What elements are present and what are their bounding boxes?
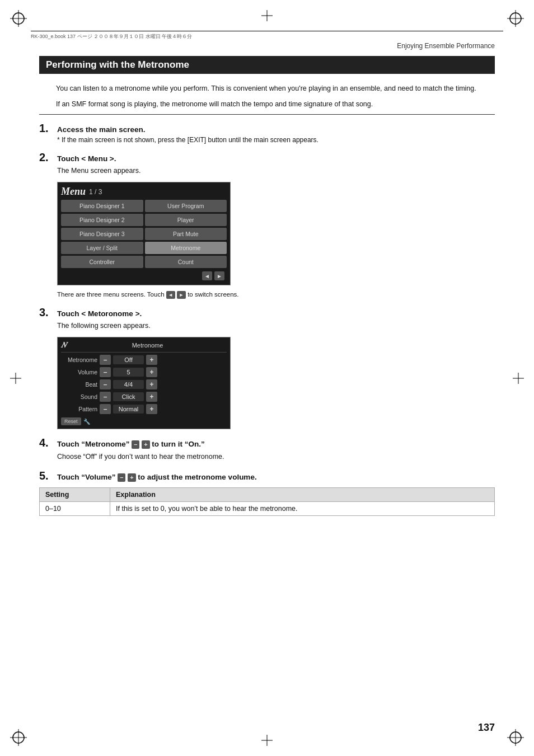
menu-item-count: Count xyxy=(145,256,227,268)
table-cell-explanation: If this is set to 0, you won’t be able t… xyxy=(110,502,494,516)
menu-title-bar: Menu 1 / 3 xyxy=(61,186,227,198)
corner-mark-tr xyxy=(507,10,524,27)
nav-prev-btn[interactable]: ◄ xyxy=(202,271,212,280)
menu-subtitle: 1 / 3 xyxy=(89,188,102,196)
menu-item-piano3: Piano Designer 3 xyxy=(61,228,143,240)
metro-plus-beat[interactable]: + xyxy=(146,379,157,389)
menu-nav: ◄ ► xyxy=(61,270,227,281)
section-header-text: Enjoying Ensemble Performance xyxy=(397,42,495,50)
step-4-body: Choose “Off” if you don’t want to hear t… xyxy=(57,451,495,462)
step-5-title: Touch “Volume” – + to adjust the metrono… xyxy=(57,473,257,482)
setting-table: Setting Explanation 0–10 If this is set … xyxy=(39,487,495,516)
table-header-setting: Setting xyxy=(40,488,110,502)
menu-item-userprog: User Program xyxy=(145,200,227,212)
step-2-body: The Menu screen appears. xyxy=(57,165,495,176)
step-3: 3. Touch < Metoronome >. The following s… xyxy=(39,307,495,429)
step-2: 2. Touch < Menu >. The Menu screen appea… xyxy=(39,152,495,299)
metro-label-beat: Beat xyxy=(61,381,97,388)
metro-title-label: Metronome xyxy=(68,342,227,349)
metro-icon: 𝑁 xyxy=(61,341,66,350)
menu-item-metronome: Metronome xyxy=(145,242,227,254)
metronome-screenshot: 𝑁 Metronome Metronome – Off + Volume – 5… xyxy=(57,337,231,429)
step-3-title: Touch < Metoronome >. xyxy=(57,309,142,318)
metro-row-pattern: Pattern – Normal + xyxy=(61,404,227,414)
table-header-explanation: Explanation xyxy=(110,488,494,502)
menu-item-piano1: Piano Designer 1 xyxy=(61,200,143,212)
metro-minus-metronome[interactable]: – xyxy=(100,355,111,365)
reset-button[interactable]: Reset xyxy=(61,417,81,425)
metro-label-volume: Volume xyxy=(61,369,97,375)
metro-value-volume: 5 xyxy=(113,368,144,377)
step-3-number: 3. xyxy=(39,307,53,318)
intro-paragraph-2: If an SMF format song is playing, the me… xyxy=(56,98,495,110)
metro-value-sound: Click xyxy=(113,392,144,401)
menu-item-piano2: Piano Designer 2 xyxy=(61,214,143,226)
corner-mark-bl xyxy=(10,729,27,746)
center-mark-bottom xyxy=(261,735,273,746)
step-1-header: 1. Access the main screen. xyxy=(39,123,495,134)
reset-icon: 🔧 xyxy=(83,419,90,425)
step-4-number: 4. xyxy=(39,437,53,448)
step-2-title: Touch < Menu >. xyxy=(57,154,116,163)
metro-label-metronome: Metronome xyxy=(61,356,97,363)
metro-value-metronome: Off xyxy=(113,355,144,364)
nav-left-icon: ◄ xyxy=(166,291,175,299)
menu-item-layersplit: Layer / Split xyxy=(61,242,143,254)
divider xyxy=(39,114,495,115)
step-4: 4. Touch “Metronome” – + to turn it “On.… xyxy=(39,437,495,462)
metro-value-pattern: Normal xyxy=(113,405,144,414)
metro-plus-metronome[interactable]: + xyxy=(146,355,157,365)
step-4-title: Touch “Metronome” – + to turn it “On.” xyxy=(57,440,205,449)
metro-minus-sound[interactable]: – xyxy=(100,392,111,402)
step-1-title: Access the main screen. xyxy=(57,125,146,134)
metro-title-bar: 𝑁 Metronome xyxy=(61,341,227,353)
metro-row-beat: Beat – 4/4 + xyxy=(61,379,227,389)
table-cell-setting: 0–10 xyxy=(40,502,110,516)
page-number: 137 xyxy=(478,722,495,734)
step-3-header: 3. Touch < Metoronome >. xyxy=(39,307,495,318)
step-4-plus-icon: + xyxy=(142,440,149,449)
step-2-number: 2. xyxy=(39,152,53,163)
metro-label-sound: Sound xyxy=(61,393,97,400)
step-1-note: If the main screen is not shown, press t… xyxy=(57,136,495,144)
step-3-body: The following screen appears. xyxy=(57,320,495,331)
metro-plus-pattern[interactable]: + xyxy=(146,404,157,414)
center-mark-top xyxy=(261,10,273,21)
intro-paragraph-1: You can listen to a metronome while you … xyxy=(56,83,495,94)
step-5-plus-icon: + xyxy=(128,473,135,482)
step-5-header: 5. Touch “Volume” – + to adjust the metr… xyxy=(39,470,495,482)
center-mark-left xyxy=(10,373,21,384)
corner-mark-br xyxy=(507,729,524,746)
page-section-header: Enjoying Ensemble Performance xyxy=(397,42,495,50)
metro-minus-beat[interactable]: – xyxy=(100,379,111,389)
metro-row-metronome: Metronome – Off + xyxy=(61,355,227,365)
metro-minus-volume[interactable]: – xyxy=(100,367,111,377)
metro-row-sound: Sound – Click + xyxy=(61,392,227,402)
metro-row-volume: Volume – 5 + xyxy=(61,367,227,377)
section-title: Performing with the Metronome xyxy=(39,56,495,74)
metro-minus-pattern[interactable]: – xyxy=(100,404,111,414)
menu-item-player: Player xyxy=(145,214,227,226)
step-5-number: 5. xyxy=(39,470,53,481)
metro-plus-volume[interactable]: + xyxy=(146,367,157,377)
nav-next-btn[interactable]: ► xyxy=(214,271,224,280)
menu-title-italic: Menu xyxy=(61,186,86,198)
step-4-minus-icon: – xyxy=(132,440,139,449)
metro-reset-area: Reset 🔧 xyxy=(61,417,227,425)
header-bar: RK-300_e.book 137 ページ ２００８年９月１０日 水曜日 午後４… xyxy=(31,31,503,40)
step-1: 1. Access the main screen. If the main s… xyxy=(39,123,495,144)
book-info: RK-300_e.book 137 ページ ２００８年９月１０日 水曜日 午後４… xyxy=(31,33,192,40)
main-content: Performing with the Metronome You can li… xyxy=(39,56,495,722)
metro-label-pattern: Pattern xyxy=(61,406,97,412)
menu-screenshot: Menu 1 / 3 Piano Designer 1 User Program… xyxy=(57,182,231,285)
menu-item-partmute: Part Mute xyxy=(145,228,227,240)
step-5-minus-icon: – xyxy=(118,473,125,482)
center-mark-right xyxy=(513,373,524,384)
step-1-number: 1. xyxy=(39,123,53,134)
step-2-header: 2. Touch < Menu >. xyxy=(39,152,495,163)
step-4-header: 4. Touch “Metronome” – + to turn it “On.… xyxy=(39,437,495,449)
metro-plus-sound[interactable]: + xyxy=(146,392,157,402)
nav-right-icon: ► xyxy=(177,291,186,299)
corner-mark-tl xyxy=(10,10,27,27)
menu-grid: Piano Designer 1 User Program Piano Desi… xyxy=(61,200,227,268)
